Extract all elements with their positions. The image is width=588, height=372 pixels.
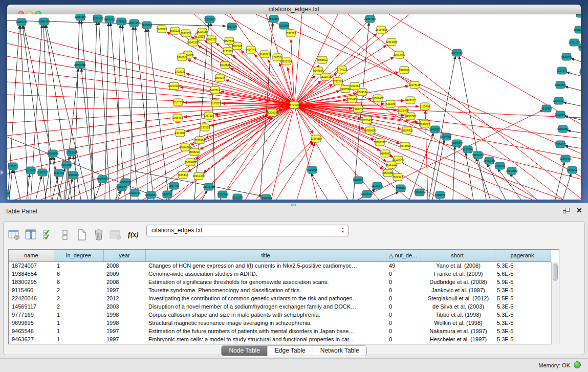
graph-node[interactable]: 16151322 bbox=[385, 161, 397, 168]
graph-node[interactable]: 10993854 bbox=[413, 189, 425, 196]
graph-node[interactable]: 9857791 bbox=[169, 182, 179, 189]
graph-node[interactable]: 16033809 bbox=[204, 16, 215, 23]
graph-node[interactable]: 10653287 bbox=[74, 14, 86, 20]
graph-node[interactable]: 18807293 bbox=[374, 139, 385, 146]
graph-node[interactable]: 20087682 bbox=[364, 15, 376, 23]
graph-node[interactable]: 17957223 bbox=[96, 176, 108, 183]
graph-node[interactable]: 16420372 bbox=[451, 140, 463, 147]
node-table[interactable]: namein_degreeyeartitle△ out_de…shortpage… bbox=[8, 249, 559, 344]
graph-node[interactable]: 8322034 bbox=[281, 58, 292, 65]
graph-node[interactable]: 8660123 bbox=[170, 27, 180, 34]
graph-node[interactable]: 9144834 bbox=[313, 67, 323, 74]
graph-node[interactable]: 621605 bbox=[386, 100, 395, 107]
graph-node[interactable]: 12213349 bbox=[168, 82, 180, 90]
graph-node[interactable]: 7485063 bbox=[399, 67, 409, 74]
graph-node[interactable]: 9346120 bbox=[353, 177, 363, 184]
table-row[interactable]: 1872400712008Changes of HCN gene express… bbox=[9, 261, 551, 270]
graph-node[interactable]: 7462664 bbox=[350, 82, 360, 90]
graph-node[interactable]: 12103282 bbox=[557, 125, 569, 133]
graph-node[interactable]: 8939895 bbox=[420, 121, 430, 128]
graph-node[interactable]: 18300295 bbox=[266, 109, 278, 116]
graph-node[interactable]: 2522547 bbox=[393, 173, 403, 181]
column-header-pagerank[interactable]: pagerank bbox=[494, 250, 551, 261]
graph-node[interactable]: 7625402 bbox=[178, 171, 188, 179]
graph-node[interactable]: 7615526 bbox=[142, 21, 152, 29]
graph-node[interactable]: 17359939 bbox=[66, 149, 77, 156]
tab-edge-table[interactable]: Edge Table bbox=[268, 346, 313, 356]
graph-node[interactable]: 7857224 bbox=[227, 23, 237, 30]
graph-node[interactable]: 1527602 bbox=[93, 15, 103, 22]
graph-node[interactable]: 16409571 bbox=[429, 126, 441, 133]
graph-node[interactable]: 13505135 bbox=[67, 171, 79, 179]
graph-node[interactable]: 18439557 bbox=[145, 191, 157, 199]
graph-node[interactable]: 20364436 bbox=[346, 96, 358, 103]
graph-node[interactable]: 1916682 bbox=[175, 129, 185, 137]
network-window-titlebar[interactable]: citations_edges.txt bbox=[7, 5, 581, 14]
graph-node[interactable]: 10944562 bbox=[506, 167, 517, 174]
graph-node[interactable]: 18107554 bbox=[172, 99, 184, 106]
graph-node[interactable]: 10807487 bbox=[372, 95, 383, 102]
graph-node[interactable]: 18724007 bbox=[288, 101, 300, 108]
graph-node[interactable]: 20053346 bbox=[74, 61, 85, 69]
table-row[interactable]: 977716911998Corpus callosum shape and si… bbox=[9, 311, 551, 319]
graph-node[interactable]: 8427512 bbox=[210, 86, 220, 94]
collapse-panel-arrow-icon[interactable] bbox=[1, 170, 4, 175]
table-row[interactable]: 1830029562008Estimation of significance … bbox=[9, 278, 551, 286]
graph-node[interactable]: 2033009 bbox=[7, 190, 10, 197]
graph-node[interactable]: 20891406 bbox=[38, 18, 50, 25]
graph-node[interactable]: 9170057 bbox=[211, 100, 221, 107]
graph-node[interactable]: 12923446 bbox=[128, 189, 140, 196]
table-row[interactable]: 946554611997Estimation of the future num… bbox=[9, 327, 551, 335]
table-row[interactable]: 2242004622012Investigating the contribut… bbox=[9, 294, 551, 302]
graph-node[interactable]: 8878334 bbox=[194, 137, 205, 144]
citation-network-graph[interactable]: 1872400716154838122139671097349374850631… bbox=[7, 14, 581, 200]
graph-node[interactable]: 26039489 bbox=[184, 159, 196, 166]
graph-node[interactable]: 8912955 bbox=[181, 30, 191, 37]
graph-node[interactable]: 12912114 bbox=[260, 194, 272, 200]
delete-table-icon[interactable] bbox=[109, 228, 122, 242]
table-row[interactable]: 946362711997Embryonic stem cells: a mode… bbox=[9, 335, 551, 343]
graph-node[interactable]: 12975115 bbox=[409, 81, 421, 89]
graph-node[interactable]: 10371274 bbox=[472, 151, 484, 159]
table-settings-icon[interactable] bbox=[8, 228, 21, 242]
graph-node[interactable]: 9227343 bbox=[557, 67, 567, 74]
graph-node[interactable]: 2135051 bbox=[8, 163, 18, 170]
graph-node[interactable]: 1588520 bbox=[272, 54, 282, 61]
table-scrollbar[interactable] bbox=[551, 262, 559, 344]
graph-node[interactable]: 9901162 bbox=[177, 54, 187, 61]
graph-node[interactable]: 9593214 bbox=[576, 14, 581, 17]
graph-node[interactable]: 9131558 bbox=[307, 166, 317, 173]
column-header-title[interactable]: title bbox=[145, 250, 386, 261]
tab-node-table[interactable]: Node Table bbox=[222, 346, 268, 356]
graph-node[interactable]: 19384554 bbox=[310, 135, 322, 142]
graph-node[interactable]: 10973493 bbox=[393, 51, 405, 58]
graph-node[interactable]: 16543382 bbox=[187, 39, 199, 46]
graph-node[interactable]: 1135555 bbox=[200, 124, 210, 131]
graph-node[interactable]: 20206536 bbox=[47, 150, 58, 157]
graph-node[interactable]: 9360872 bbox=[435, 191, 445, 199]
graph-node[interactable]: 16782759 bbox=[116, 184, 127, 191]
graph-node[interactable]: 6794023 bbox=[337, 66, 347, 73]
graph-node[interactable]: 10719155 bbox=[115, 18, 127, 25]
trash-icon[interactable] bbox=[92, 228, 105, 242]
graph-node[interactable]: 2803144 bbox=[215, 74, 225, 81]
graph-node[interactable]: 12342757 bbox=[36, 169, 48, 176]
graph-node[interactable]: 16914479 bbox=[192, 172, 204, 180]
graph-node[interactable]: 9215953 bbox=[541, 105, 552, 112]
graph-node[interactable]: 16210643 bbox=[554, 111, 566, 118]
graph-node[interactable]: 9115460 bbox=[420, 103, 430, 110]
graph-node[interactable]: 9218986 bbox=[279, 22, 289, 29]
graph-node[interactable]: 9129946 bbox=[561, 53, 572, 60]
graph-node[interactable]: 9884067 bbox=[380, 150, 390, 157]
graph-node[interactable]: 9146821 bbox=[259, 51, 270, 58]
row-check-icon[interactable] bbox=[41, 228, 55, 242]
graph-node[interactable]: 8813054 bbox=[269, 15, 279, 23]
graph-node[interactable]: 19654923 bbox=[401, 127, 412, 134]
graph-node[interactable]: 14671355 bbox=[128, 19, 140, 27]
new-document-icon[interactable] bbox=[75, 228, 89, 242]
graph-node[interactable]: 12093872 bbox=[554, 81, 566, 89]
graph-node[interactable]: 14316322 bbox=[361, 190, 373, 198]
graph-node[interactable]: 9150176 bbox=[463, 146, 473, 153]
graph-node[interactable]: 9267110 bbox=[204, 112, 214, 119]
graph-node[interactable]: 9131004 bbox=[232, 194, 243, 200]
